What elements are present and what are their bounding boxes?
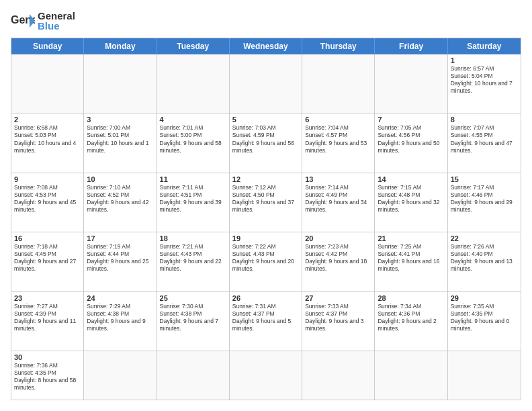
day-number: 26 (232, 294, 299, 302)
day-number: 3 (87, 116, 153, 124)
calendar-cell: 3Sunrise: 7:00 AM Sunset: 5:01 PM Daylig… (84, 113, 157, 172)
logo: General General Blue (11, 11, 75, 31)
day-info: Sunrise: 7:05 AM Sunset: 4:56 PM Dayligh… (378, 124, 444, 154)
day-number: 21 (378, 234, 444, 242)
day-number: 20 (305, 234, 371, 242)
weekday-header: Tuesday (157, 38, 230, 54)
calendar-cell: 2Sunrise: 6:58 AM Sunset: 5:03 PM Daylig… (11, 113, 84, 172)
calendar-cell (84, 351, 157, 400)
day-number: 30 (14, 353, 81, 361)
day-number: 27 (305, 294, 371, 302)
day-info: Sunrise: 7:14 AM Sunset: 4:49 PM Dayligh… (305, 184, 371, 214)
day-number: 24 (87, 294, 153, 302)
calendar-cell: 11Sunrise: 7:11 AM Sunset: 4:51 PM Dayli… (157, 173, 230, 232)
day-number: 14 (378, 175, 444, 183)
day-info: Sunrise: 7:04 AM Sunset: 4:57 PM Dayligh… (305, 124, 371, 154)
day-number: 16 (14, 234, 81, 242)
day-number: 8 (451, 116, 518, 124)
calendar-cell: 9Sunrise: 7:08 AM Sunset: 4:53 PM Daylig… (11, 173, 84, 232)
day-info: Sunrise: 7:15 AM Sunset: 4:48 PM Dayligh… (378, 184, 444, 214)
calendar-cell: 30Sunrise: 7:36 AM Sunset: 4:35 PM Dayli… (11, 351, 84, 400)
calendar-row: 1Sunrise: 6:57 AM Sunset: 5:04 PM Daylig… (11, 54, 521, 113)
calendar-cell: 16Sunrise: 7:18 AM Sunset: 4:45 PM Dayli… (11, 232, 84, 291)
calendar-cell: 12Sunrise: 7:12 AM Sunset: 4:50 PM Dayli… (230, 173, 302, 232)
calendar-cell: 7Sunrise: 7:05 AM Sunset: 4:56 PM Daylig… (375, 113, 447, 172)
day-number: 29 (451, 294, 518, 302)
day-info: Sunrise: 7:10 AM Sunset: 4:52 PM Dayligh… (87, 184, 153, 214)
page: General General Blue SundayMondayTuesday… (0, 0, 532, 411)
day-number: 25 (160, 294, 226, 302)
calendar-cell: 10Sunrise: 7:10 AM Sunset: 4:52 PM Dayli… (84, 173, 157, 232)
calendar-cell: 17Sunrise: 7:19 AM Sunset: 4:44 PM Dayli… (84, 232, 157, 291)
calendar-cell: 29Sunrise: 7:35 AM Sunset: 4:35 PM Dayli… (448, 292, 521, 351)
calendar-cell (302, 351, 375, 400)
logo-icon: General (11, 11, 35, 30)
calendar-cell: 8Sunrise: 7:07 AM Sunset: 4:55 PM Daylig… (448, 113, 521, 172)
calendar-row: 2Sunrise: 6:58 AM Sunset: 5:03 PM Daylig… (11, 113, 521, 173)
day-info: Sunrise: 7:35 AM Sunset: 4:35 PM Dayligh… (451, 303, 518, 332)
calendar-body: 1Sunrise: 6:57 AM Sunset: 5:04 PM Daylig… (11, 54, 521, 400)
weekday-header: Wednesday (230, 38, 302, 54)
calendar-cell: 26Sunrise: 7:31 AM Sunset: 4:37 PM Dayli… (230, 292, 302, 351)
weekday-header: Thursday (302, 38, 375, 54)
calendar-row: 16Sunrise: 7:18 AM Sunset: 4:45 PM Dayli… (11, 232, 521, 291)
day-info: Sunrise: 7:01 AM Sunset: 5:00 PM Dayligh… (160, 124, 226, 154)
day-info: Sunrise: 6:57 AM Sunset: 5:04 PM Dayligh… (451, 65, 518, 95)
calendar-cell (157, 54, 230, 113)
calendar-cell (84, 54, 157, 113)
calendar-cell: 5Sunrise: 7:03 AM Sunset: 4:59 PM Daylig… (230, 113, 302, 172)
calendar-cell: 15Sunrise: 7:17 AM Sunset: 4:46 PM Dayli… (448, 173, 521, 232)
day-info: Sunrise: 7:03 AM Sunset: 4:59 PM Dayligh… (232, 124, 299, 154)
day-number: 6 (305, 116, 371, 124)
day-info: Sunrise: 7:34 AM Sunset: 4:36 PM Dayligh… (378, 303, 444, 332)
day-number: 11 (160, 175, 226, 183)
calendar-cell: 4Sunrise: 7:01 AM Sunset: 5:00 PM Daylig… (157, 113, 230, 172)
calendar-cell (302, 54, 375, 113)
day-info: Sunrise: 7:21 AM Sunset: 4:43 PM Dayligh… (160, 243, 226, 273)
day-number: 5 (232, 116, 299, 124)
calendar-cell: 20Sunrise: 7:23 AM Sunset: 4:42 PM Dayli… (302, 232, 375, 291)
calendar-row: 30Sunrise: 7:36 AM Sunset: 4:35 PM Dayli… (11, 351, 521, 400)
day-info: Sunrise: 7:25 AM Sunset: 4:41 PM Dayligh… (378, 243, 444, 273)
day-info: Sunrise: 7:29 AM Sunset: 4:38 PM Dayligh… (87, 303, 153, 332)
day-number: 17 (87, 234, 153, 242)
weekday-header: Sunday (11, 38, 84, 54)
calendar-row: 9Sunrise: 7:08 AM Sunset: 4:53 PM Daylig… (11, 173, 521, 232)
calendar-cell: 21Sunrise: 7:25 AM Sunset: 4:41 PM Dayli… (375, 232, 447, 291)
day-number: 22 (451, 234, 518, 242)
calendar-header: SundayMondayTuesdayWednesdayThursdayFrid… (11, 38, 521, 54)
day-number: 18 (160, 234, 226, 242)
day-info: Sunrise: 7:22 AM Sunset: 4:43 PM Dayligh… (232, 243, 299, 273)
day-number: 23 (14, 294, 81, 302)
day-info: Sunrise: 7:31 AM Sunset: 4:37 PM Dayligh… (232, 303, 299, 332)
header: General General Blue (11, 11, 521, 31)
calendar-cell: 27Sunrise: 7:33 AM Sunset: 4:37 PM Dayli… (302, 292, 375, 351)
calendar-row: 23Sunrise: 7:27 AM Sunset: 4:39 PM Dayli… (11, 292, 521, 351)
day-info: Sunrise: 7:30 AM Sunset: 4:38 PM Dayligh… (160, 303, 226, 332)
calendar-cell: 19Sunrise: 7:22 AM Sunset: 4:43 PM Dayli… (230, 232, 302, 291)
day-info: Sunrise: 7:18 AM Sunset: 4:45 PM Dayligh… (14, 243, 81, 273)
calendar-cell (11, 54, 84, 113)
calendar-cell (230, 351, 302, 400)
calendar-cell: 6Sunrise: 7:04 AM Sunset: 4:57 PM Daylig… (302, 113, 375, 172)
day-number: 2 (14, 116, 81, 124)
day-info: Sunrise: 7:12 AM Sunset: 4:50 PM Dayligh… (232, 184, 299, 214)
calendar-cell: 24Sunrise: 7:29 AM Sunset: 4:38 PM Dayli… (84, 292, 157, 351)
day-info: Sunrise: 7:19 AM Sunset: 4:44 PM Dayligh… (87, 243, 153, 273)
weekday-header: Saturday (448, 38, 521, 54)
day-number: 7 (378, 116, 444, 124)
calendar-cell (448, 351, 521, 400)
day-info: Sunrise: 7:26 AM Sunset: 4:40 PM Dayligh… (451, 243, 518, 273)
calendar-cell: 22Sunrise: 7:26 AM Sunset: 4:40 PM Dayli… (448, 232, 521, 291)
weekday-header: Friday (375, 38, 447, 54)
day-info: Sunrise: 7:07 AM Sunset: 4:55 PM Dayligh… (451, 124, 518, 154)
calendar-cell: 18Sunrise: 7:21 AM Sunset: 4:43 PM Dayli… (157, 232, 230, 291)
calendar-cell: 25Sunrise: 7:30 AM Sunset: 4:38 PM Dayli… (157, 292, 230, 351)
weekday-header: Monday (84, 38, 157, 54)
day-info: Sunrise: 7:33 AM Sunset: 4:37 PM Dayligh… (305, 303, 371, 332)
day-number: 13 (305, 175, 371, 183)
calendar-cell (157, 351, 230, 400)
day-info: Sunrise: 7:23 AM Sunset: 4:42 PM Dayligh… (305, 243, 371, 273)
day-number: 12 (232, 175, 299, 183)
calendar-cell: 28Sunrise: 7:34 AM Sunset: 4:36 PM Dayli… (375, 292, 447, 351)
